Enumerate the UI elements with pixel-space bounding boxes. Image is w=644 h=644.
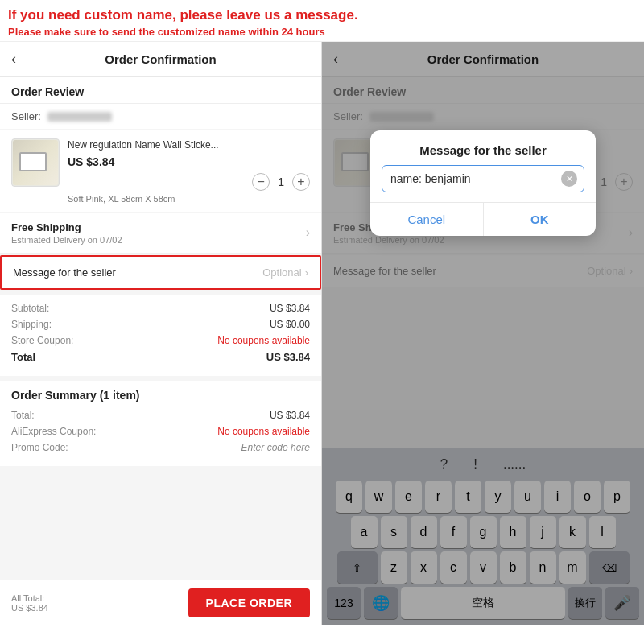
left-shipping-info: Free Shipping Estimated Delivery on 07/0…: [11, 221, 122, 245]
left-seller-name-blur: [47, 112, 112, 122]
left-message-optional: Optional ›: [262, 266, 308, 279]
left-message-chevron: ›: [305, 266, 308, 279]
left-shipping-price-label: Shipping:: [11, 319, 52, 330]
left-seller-label: Seller:: [11, 110, 41, 122]
left-qty-plus-button[interactable]: +: [292, 173, 310, 191]
left-shipping-price-row: Shipping: US $0.00: [11, 319, 310, 330]
left-message-row[interactable]: Message for the seller Optional ›: [0, 255, 321, 290]
dialog-cancel-button[interactable]: Cancel: [370, 203, 484, 236]
left-summary-promo-value: Enter code here: [242, 442, 310, 453]
left-price-summary: Subtotal: US $3.84 Shipping: US $0.00 St…: [0, 295, 321, 376]
left-product-price: US $3.84: [68, 155, 310, 168]
place-order-button[interactable]: PLACE ORDER: [188, 588, 310, 617]
left-shipping-row: Free Shipping Estimated Delivery on 07/0…: [0, 213, 321, 254]
left-product-card: New regulation Name Wall Sticke... US $3…: [0, 130, 321, 212]
left-coupon-value: No coupons available: [217, 335, 310, 346]
left-summary-coupon-row: AliExpress Coupon: No coupons available: [11, 426, 310, 437]
dialog-ok-button[interactable]: OK: [484, 203, 597, 236]
left-total-row: Total US $3.84: [11, 351, 310, 363]
left-product-img-inner: [13, 140, 58, 185]
left-back-arrow[interactable]: ‹: [11, 51, 16, 68]
left-summary-total-label: Total:: [11, 410, 35, 421]
left-total-label: Total: [11, 351, 35, 363]
left-header-title: Order Confirmation: [105, 52, 216, 66]
left-order-summary: Order Summary (1 item) Total: US $3.84 A…: [0, 381, 321, 466]
left-subtotal-row: Subtotal: US $3.84: [11, 303, 310, 314]
top-banner: If you need custom name, please leave us…: [0, 0, 644, 42]
left-summary-total-value: US $3.84: [270, 410, 310, 421]
left-shipping-price-value: US $0.00: [270, 319, 310, 330]
dialog-clear-button[interactable]: ✕: [561, 171, 577, 187]
left-product-variant: Soft Pink, XL 58cm X 58cm: [68, 194, 310, 204]
left-summary-promo-row: Promo Code: Enter code here: [11, 442, 310, 453]
left-shipping-chevron: ›: [306, 225, 310, 240]
left-panel: ‹ Order Confirmation Order Review Seller…: [0, 42, 322, 625]
left-product-qty-row: − 1 +: [68, 173, 310, 191]
dialog-overlay: Message for the seller ✕ Cancel OK: [322, 42, 644, 625]
left-summary-promo-label: Promo Code:: [11, 442, 68, 453]
left-order-review-label: Order Review: [0, 77, 321, 104]
dialog-title: Message for the seller: [370, 130, 596, 165]
left-qty-number: 1: [278, 175, 284, 188]
left-bottom-total: All Total: US $3.84: [11, 593, 48, 613]
left-summary-coupon-label: AliExpress Coupon:: [11, 426, 96, 437]
dialog-input-row: ✕: [382, 165, 584, 192]
left-order-summary-title: Order Summary (1 item): [11, 389, 310, 402]
left-phone-content: Order Review Seller: New regulation Name…: [0, 77, 321, 580]
message-dialog: Message for the seller ✕ Cancel OK: [370, 130, 596, 236]
banner-subtitle: Please make sure to send the customized …: [8, 26, 636, 38]
dialog-buttons: Cancel OK: [370, 202, 596, 236]
left-product-image: [11, 138, 60, 187]
left-seller-row: Seller:: [0, 104, 321, 129]
left-message-label: Message for the seller: [13, 266, 116, 279]
left-subtotal-label: Subtotal:: [11, 303, 49, 314]
banner-title: If you need custom name, please leave us…: [8, 6, 636, 24]
left-qty-minus-button[interactable]: −: [252, 173, 270, 191]
left-summary-coupon-value: No coupons available: [217, 426, 310, 437]
left-all-total-label: All Total:: [11, 593, 48, 603]
left-shipping-eta: Estimated Delivery on 07/02: [11, 235, 122, 245]
left-product-info: New regulation Name Wall Sticke... US $3…: [68, 138, 310, 204]
left-bottom-bar: All Total: US $3.84 PLACE ORDER: [0, 580, 321, 625]
dialog-input-field[interactable]: [382, 166, 561, 192]
left-subtotal-value: US $3.84: [270, 303, 310, 314]
left-summary-total-row: Total: US $3.84: [11, 410, 310, 421]
left-phone-header: ‹ Order Confirmation: [0, 42, 321, 77]
left-total-value: US $3.84: [266, 351, 310, 363]
left-all-total-value: US $3.84: [11, 603, 48, 613]
right-panel: ‹ Order Confirmation Order Review Seller…: [322, 42, 644, 625]
left-shipping-type: Free Shipping: [11, 221, 122, 233]
left-product-name: New regulation Name Wall Sticke...: [68, 138, 310, 152]
left-coupon-label: Store Coupon:: [11, 335, 73, 346]
left-coupon-row: Store Coupon: No coupons available: [11, 335, 310, 346]
